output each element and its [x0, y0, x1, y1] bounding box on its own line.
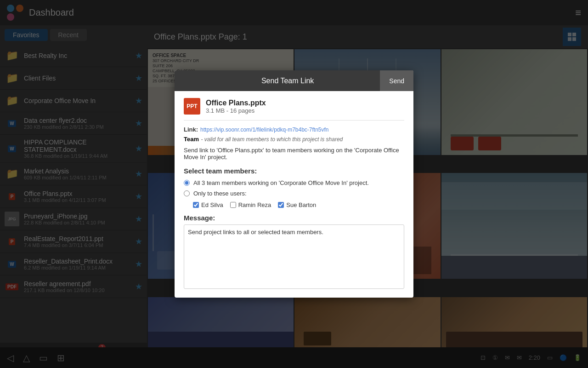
file-size: 3.1 MB - 16 pages	[206, 107, 266, 114]
checkbox-ramin-reza: Ramin Reza	[230, 201, 271, 208]
radio-all[interactable]	[184, 180, 190, 186]
checkbox-ed-silva-label: Ed Silva	[201, 201, 223, 208]
checkbox-ramin-reza-label: Ramin Reza	[238, 201, 271, 208]
radio-specific-label: Only to these users:	[193, 190, 247, 197]
link-scope-row: Team - valid for all team members to whi…	[184, 135, 404, 143]
radio-all-label: All 3 team members working on 'Corporate…	[193, 179, 369, 186]
radio-specific-row: Only to these users:	[184, 190, 404, 197]
file-header: PPT Office Plans.pptx 3.1 MB - 16 pages	[184, 98, 404, 121]
message-textarea[interactable]: Send project links to all or selected te…	[184, 224, 404, 289]
modal-title: Send Team Link	[195, 77, 380, 85]
checkbox-ed-silva-input[interactable]	[193, 202, 199, 208]
user-checkboxes: Ed Silva Ramin Reza Sue Barton	[193, 201, 404, 208]
checkbox-ramin-reza-input[interactable]	[230, 202, 236, 208]
link-url: https://vip.soonr.com/1/filelink/pdkq-m7…	[200, 126, 328, 133]
send-team-link-modal: Send Team Link Send PPT Office Plans.ppt…	[175, 70, 413, 298]
file-icon: PPT	[184, 98, 200, 115]
checkbox-sue-barton-input[interactable]	[278, 202, 284, 208]
radio-group: All 3 team members working on 'Corporate…	[184, 179, 404, 197]
modal-overlay: Send Team Link Send PPT Office Plans.ppt…	[0, 0, 588, 368]
checkbox-sue-barton: Sue Barton	[278, 201, 316, 208]
message-label: Message:	[184, 214, 404, 222]
modal-header: Send Team Link Send	[175, 70, 413, 91]
modal-description: Send link to 'Office Plans.pptx' to team…	[184, 147, 404, 161]
modal-body: PPT Office Plans.pptx 3.1 MB - 16 pages …	[175, 91, 413, 298]
file-info: Office Plans.pptx 3.1 MB - 16 pages	[206, 99, 266, 114]
select-members-label: Select team members:	[184, 167, 404, 175]
link-row: Link: https://vip.soonr.com/1/filelink/p…	[184, 126, 404, 133]
checkbox-sue-barton-label: Sue Barton	[286, 201, 316, 208]
link-scope-label: Team	[184, 136, 199, 143]
file-name: Office Plans.pptx	[206, 99, 266, 107]
radio-all-row: All 3 team members working on 'Corporate…	[184, 179, 404, 186]
checkbox-ed-silva: Ed Silva	[193, 201, 223, 208]
radio-specific[interactable]	[184, 190, 190, 196]
link-label: Link:	[184, 126, 198, 133]
link-scope-note: - valid for all team members to which th…	[201, 136, 343, 143]
send-button[interactable]: Send	[380, 70, 413, 91]
